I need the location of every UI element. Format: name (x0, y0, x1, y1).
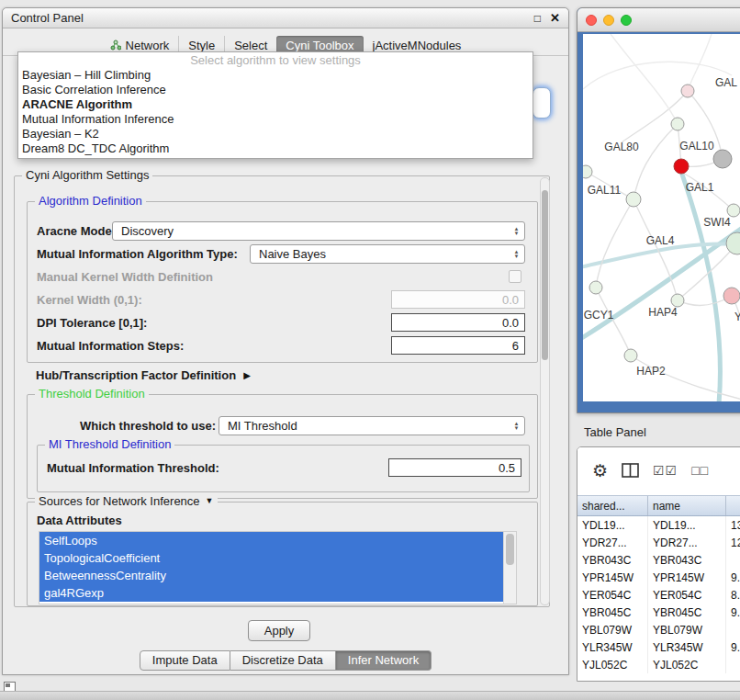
table-row[interactable]: YBR043C YBR043C (577, 551, 740, 569)
node-label: GAL (715, 76, 737, 89)
settings-scrollbar[interactable] (540, 177, 550, 605)
node-selected-red[interactable] (674, 159, 689, 174)
deselect-all-checkboxes-icon[interactable]: □□ (691, 464, 709, 477)
hub-definition-toggle[interactable]: Hub/Transcription Factor Definition ▶ (36, 367, 251, 385)
combo-arrows-icon: ▲▼ (510, 227, 524, 236)
table-row[interactable]: YDL19... YDL19... 13 (577, 516, 740, 534)
columns-icon[interactable] (622, 463, 639, 478)
window-title: Control Panel (11, 11, 84, 25)
bottom-window-edge (0, 691, 740, 700)
dpi-tolerance-label: DPI Tolerance [0,1]: (37, 314, 147, 333)
group-title: Cyni Algorithm Settings (22, 168, 152, 182)
group-title: MI Threshold Definition (45, 437, 174, 451)
node[interactable] (589, 281, 602, 294)
expand-right-icon[interactable]: ▶ (243, 371, 251, 380)
aracne-mode-label: Aracne Mode: (37, 222, 116, 241)
tab-infer-network[interactable]: Infer Network (336, 650, 432, 671)
node[interactable] (671, 294, 684, 307)
zoom-traffic-light[interactable] (621, 15, 632, 26)
close-traffic-light[interactable] (586, 15, 597, 26)
tab-impute-data[interactable]: Impute Data (140, 650, 230, 671)
network-canvas[interactable]: GAL GAL80 GAL10 GAL11 GAL1 SWI4 GAL4 GCY… (583, 34, 740, 401)
mi-type-select[interactable]: Naive Bayes ▲▼ (250, 244, 525, 264)
node-pink[interactable] (723, 288, 740, 304)
apply-button[interactable]: Apply (248, 620, 310, 641)
table-row[interactable]: YJL052C YJL052C (577, 656, 740, 673)
tab-label: Impute Data (152, 653, 218, 667)
node-gray[interactable] (713, 150, 732, 168)
node[interactable] (626, 192, 641, 207)
node[interactable] (583, 165, 592, 178)
mi-steps-field[interactable]: 6 (391, 336, 525, 355)
dropdown-item[interactable]: Mutual Information Inference (18, 112, 533, 127)
which-threshold-label: Which threshold to use: (80, 417, 216, 435)
minimize-traffic-light[interactable] (603, 15, 614, 26)
cell: YBR045C (648, 604, 726, 621)
scrollbar-thumb[interactable] (506, 534, 514, 565)
table-row[interactable]: YPR145W YPR145W 9. (577, 569, 740, 586)
dropdown-item[interactable]: Dream8 DC_TDC Algorithm (18, 141, 533, 156)
table-row[interactable]: YBL079W YBL079W (577, 621, 740, 638)
column-header-partial[interactable] (726, 496, 740, 515)
bottom-tab-bar: Impute Data Discretize Data Infer Networ… (3, 650, 568, 671)
dropdown-item[interactable]: Basic Correlation Inference (18, 83, 533, 97)
apply-label: Apply (264, 624, 295, 638)
data-attributes-list: SelfLoops TopologicalCoefficient Between… (39, 531, 517, 604)
dpi-tolerance-field[interactable]: 0.0 (391, 313, 525, 332)
cell (726, 551, 740, 569)
mi-threshold-label: Mutual Information Threshold: (47, 459, 219, 478)
dropdown-item-selected[interactable]: ARACNE Algorithm (18, 97, 533, 112)
cell: 9. (726, 604, 740, 621)
attribute-item-selected[interactable]: BetweennessCentrality (39, 567, 503, 584)
field-value: 0.0 (502, 316, 519, 330)
focused-help-button[interactable] (533, 87, 551, 119)
float-window-icon[interactable]: □ (534, 13, 541, 24)
cell: YLR345W (648, 638, 726, 656)
column-header-name[interactable]: name (648, 496, 726, 515)
table-row[interactable]: YDR27... YDR27... 12 (577, 534, 740, 551)
scrollbar-thumb[interactable] (542, 190, 548, 360)
dropdown-placeholder: Select algorithm to view settings (18, 52, 533, 68)
dropdown-item[interactable]: Bayesian – K2 (18, 127, 533, 141)
which-threshold-select[interactable]: MI Threshold ▲▼ (219, 416, 525, 435)
group-title: Algorithm Definition (35, 194, 146, 208)
cell: YJL052C (648, 656, 726, 673)
control-panel-titlebar: Control Panel □ ✕ (3, 8, 568, 28)
column-header-shared-name[interactable]: shared... (577, 496, 648, 515)
combo-arrows-icon: ▲▼ (510, 422, 524, 431)
attribute-item-selected[interactable]: TopologicalCoefficient (39, 549, 503, 567)
mi-type-label: Mutual Information Algorithm Type: (37, 245, 238, 264)
table-row[interactable]: YER054C YER054C 8. (577, 586, 740, 604)
table-row[interactable]: YLR345W YLR345W 9. (577, 638, 740, 656)
dropdown-item[interactable]: Bayesian – Hill Climbing (18, 68, 533, 83)
collapse-down-icon[interactable]: ▼ (206, 497, 214, 505)
attribute-item-selected[interactable]: SelfLoops (39, 532, 503, 549)
node[interactable] (727, 204, 740, 217)
cell: 12 (726, 534, 740, 551)
threshold-definition-group: Threshold Definition Which threshold to … (27, 394, 538, 499)
table-row[interactable]: YBR045C YBR045C 9. (577, 604, 740, 621)
cell: YBR045C (577, 604, 648, 621)
node[interactable] (624, 349, 637, 362)
attribute-list-scrollbar[interactable] (503, 532, 516, 604)
attribute-item-selected[interactable]: gal4RGexp (39, 584, 503, 602)
kernel-width-field[interactable]: 0.0 (391, 290, 525, 309)
node-label: SWI4 (703, 216, 731, 229)
close-icon[interactable]: ✕ (550, 12, 560, 24)
cell: YPR145W (648, 569, 726, 586)
cell: YDL19... (577, 516, 648, 534)
cell: YPR145W (577, 569, 648, 586)
network-graph[interactable]: GAL GAL80 GAL10 GAL11 GAL1 SWI4 GAL4 GCY… (583, 34, 740, 401)
tab-discretize-data[interactable]: Discretize Data (230, 650, 336, 671)
node[interactable] (671, 118, 684, 130)
mi-threshold-field[interactable]: 0.5 (388, 458, 521, 477)
gear-icon[interactable]: ⚙ (592, 462, 608, 480)
cell: 13 (726, 516, 740, 534)
node[interactable] (681, 85, 694, 97)
tab-label: Discretize Data (242, 653, 323, 667)
aracne-mode-select[interactable]: Discovery ▲▼ (112, 221, 525, 241)
manual-kernel-checkbox[interactable] (509, 270, 521, 283)
group-title-row: Sources for Network Inference ▼ (35, 494, 218, 508)
cell: YDR27... (648, 534, 726, 551)
select-all-checkboxes-icon[interactable]: ☑☑ (653, 464, 678, 477)
